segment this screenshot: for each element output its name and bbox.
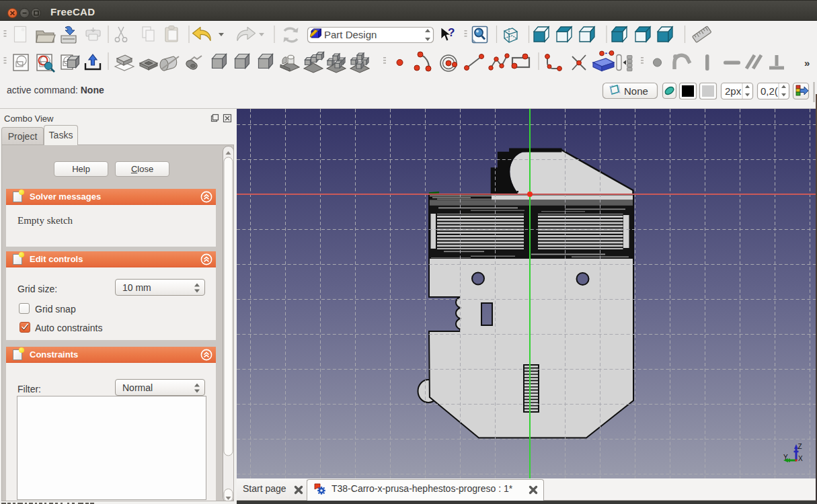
- svg-text:0,2(: 0,2(: [761, 85, 778, 97]
- svg-text:None: None: [624, 85, 648, 97]
- svg-text:Z: Z: [798, 443, 802, 450]
- svg-text:X: X: [798, 455, 803, 462]
- svg-text:Y: Y: [783, 454, 788, 461]
- svg-text:Part Design: Part Design: [324, 29, 377, 40]
- svg-text:?: ?: [448, 26, 455, 39]
- svg-text:2px: 2px: [725, 85, 742, 97]
- svg-text:»: »: [804, 57, 810, 69]
